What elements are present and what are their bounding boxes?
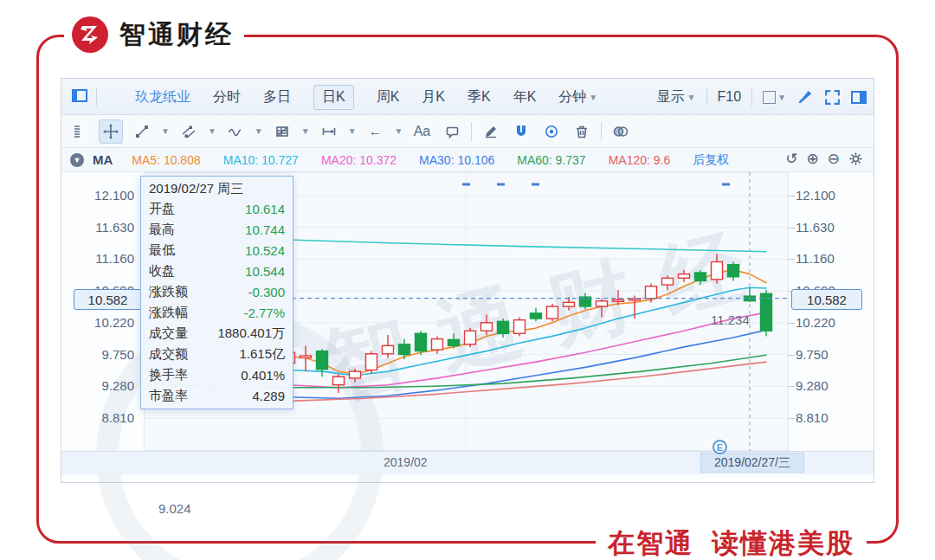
tooltip-label: 收盘 xyxy=(149,263,175,280)
tooltip-row: 成交量1880.401万 xyxy=(141,324,293,344)
f10-button[interactable]: F10 xyxy=(718,89,742,105)
measure-icon[interactable] xyxy=(318,120,340,143)
gear-icon[interactable] xyxy=(848,151,863,166)
divider xyxy=(601,122,602,141)
tooltip-value: -0.300 xyxy=(248,285,285,299)
move-icon[interactable] xyxy=(99,119,123,144)
pencil-icon[interactable] xyxy=(480,120,502,143)
x-axis: 2019/02 2019/02/27/三 E xyxy=(61,451,874,474)
tab-多日[interactable]: 多日 xyxy=(263,88,291,106)
tooltip-row: 最高10.744 xyxy=(141,219,293,240)
adjust-mode-button[interactable]: 后复权 xyxy=(693,152,729,168)
tab-minute[interactable]: 分钟▼ xyxy=(558,88,597,106)
tooltip-label: 最高 xyxy=(149,222,175,238)
candle xyxy=(465,331,476,344)
y-axis-tick xyxy=(789,323,795,324)
ma-legend-item[interactable]: MA30: 10.106 xyxy=(419,153,494,167)
tooltip-row: 成交额1.615亿 xyxy=(141,344,293,365)
tooltip-row: 涨跌额-0.300 xyxy=(141,281,293,302)
candle xyxy=(646,286,657,299)
tab-季K[interactable]: 季K xyxy=(468,88,491,106)
divider xyxy=(96,87,97,106)
tab-月K[interactable]: 月K xyxy=(422,88,445,106)
tooltip-row: 涨跌幅-2.77% xyxy=(141,302,293,323)
chevron-down-icon[interactable]: ▼ xyxy=(208,126,216,136)
tooltip-value: 10.524 xyxy=(245,243,285,258)
tooltip-value: 4.289 xyxy=(252,389,285,403)
venn-icon[interactable] xyxy=(609,120,632,143)
tooltip-label: 开盘 xyxy=(149,201,175,217)
candle xyxy=(416,333,427,351)
tooltip-row: 开盘10.614 xyxy=(141,198,293,219)
channel-icon[interactable] xyxy=(177,120,200,143)
ma-legend-item[interactable]: MA20: 10.372 xyxy=(321,153,397,167)
candle xyxy=(613,299,624,301)
candle xyxy=(317,351,328,370)
wave-icon[interactable] xyxy=(224,120,247,143)
stock-name-link[interactable]: 玖龙纸业 xyxy=(135,88,190,106)
tab-分时[interactable]: 分时 xyxy=(213,88,241,106)
magnet-icon[interactable] xyxy=(510,120,532,143)
trend-line-icon[interactable] xyxy=(131,120,153,143)
indicator-legend: ▼ MA MA5: 10.808MA10: 10.727MA20: 10.372… xyxy=(61,148,874,172)
tab-年K[interactable]: 年K xyxy=(513,88,537,106)
y-axis-tick xyxy=(789,418,795,419)
y-axis-label-left: 9.750 xyxy=(65,347,134,362)
zoom-in-icon[interactable]: ⊕ xyxy=(807,150,819,168)
chevron-down-icon: ▼ xyxy=(589,93,597,102)
chevron-down-icon[interactable]: ▼ xyxy=(395,126,403,136)
chevron-down-icon[interactable]: ▼ xyxy=(255,126,263,136)
fullscreen-icon[interactable] xyxy=(824,89,841,106)
event-marker[interactable]: E xyxy=(713,440,727,454)
candle xyxy=(547,306,558,319)
divider xyxy=(471,122,472,141)
grip-icon[interactable] xyxy=(68,120,91,143)
crosshair-date-label: 2019/02/27/三 xyxy=(700,453,804,473)
comment-icon[interactable] xyxy=(441,120,463,143)
zoom-out-icon[interactable]: ⊖ xyxy=(828,150,840,168)
display-dropdown[interactable]: 显示▼ xyxy=(657,88,696,106)
ma-line-MA5 xyxy=(289,270,766,374)
left-panel-toggle-icon[interactable] xyxy=(72,89,87,102)
tooltip-value: 10.544 xyxy=(245,264,285,279)
right-panel-toggle-icon[interactable] xyxy=(851,91,867,104)
tab-bar: 玖龙纸业 分时多日日K周K月K季K年K 分钟▼ 显示▼ F10 ▼ xyxy=(61,79,874,115)
shape-select-dropdown[interactable]: ▼ xyxy=(763,91,786,104)
tooltip-label: 成交量 xyxy=(149,325,188,342)
arrow-left-icon[interactable]: ← xyxy=(364,120,387,143)
ma-legend-item[interactable]: MA60: 9.737 xyxy=(517,153,585,167)
y-axis-label-left: 11.630 xyxy=(65,220,134,235)
tooltip-label: 换手率 xyxy=(149,367,188,383)
ma-legend-item[interactable]: MA120: 9.6 xyxy=(609,153,671,167)
collapse-indicator-icon[interactable]: ▼ xyxy=(70,153,84,167)
y-axis-label-right: 11.160 xyxy=(796,251,865,266)
chevron-down-icon[interactable]: ▼ xyxy=(161,126,170,136)
ma-legend-item[interactable]: MA5: 10.808 xyxy=(132,153,200,167)
square-icon xyxy=(763,91,776,104)
tooltip-row: 最低10.524 xyxy=(141,240,293,261)
text-tool-icon[interactable]: Aa xyxy=(410,120,433,143)
trash-icon[interactable] xyxy=(571,120,593,143)
candle xyxy=(300,356,312,357)
candle xyxy=(448,339,460,345)
fib-grid-icon[interactable] xyxy=(271,120,293,143)
y-axis-label-right: 9.750 xyxy=(796,347,865,362)
undo-icon[interactable]: ↺ xyxy=(785,150,797,168)
chevron-down-icon[interactable]: ▼ xyxy=(301,126,310,136)
chevron-down-icon[interactable]: ▼ xyxy=(348,126,357,136)
divider xyxy=(706,87,707,106)
y-axis-label-left: 8.810 xyxy=(65,410,134,425)
divider xyxy=(751,87,752,106)
candle xyxy=(531,313,542,319)
y-axis-label-right: 11.630 xyxy=(796,220,865,235)
target-icon[interactable] xyxy=(540,120,563,143)
ma-legend-item[interactable]: MA10: 10.727 xyxy=(223,153,299,167)
tooltip-value: 1880.401万 xyxy=(217,325,285,342)
brand-name: 智通财经 xyxy=(119,17,234,53)
tab-周K[interactable]: 周K xyxy=(377,88,400,106)
tooltip-label: 最低 xyxy=(149,242,175,259)
tab-日K[interactable]: 日K xyxy=(313,85,354,110)
tooltip-value: 0.401% xyxy=(241,368,285,383)
brush-icon[interactable] xyxy=(796,88,814,106)
tooltip-label: 涨跌幅 xyxy=(149,305,188,321)
